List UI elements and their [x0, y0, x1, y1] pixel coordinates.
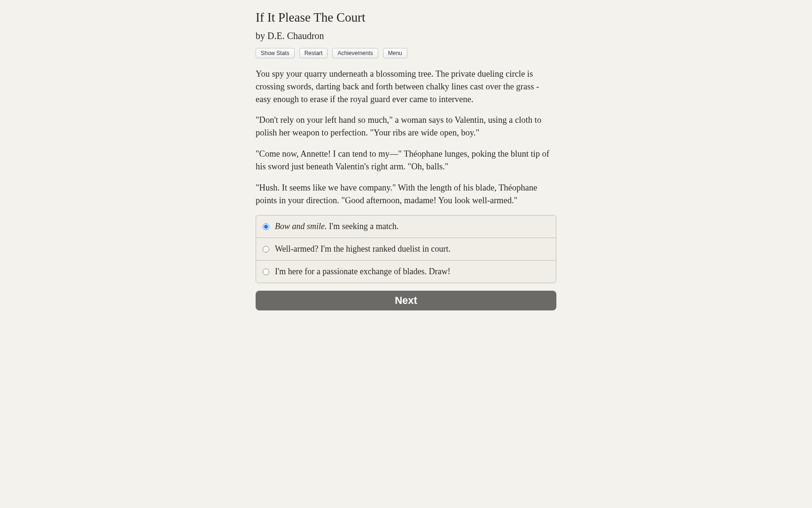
choice-text-0: Bow and smile. I'm seeking a match.: [275, 222, 398, 231]
choice-option-1[interactable]: Well-armed? I'm the highest ranked dueli…: [256, 238, 556, 261]
show-stats-button[interactable]: Show Stats: [256, 48, 295, 58]
toolbar: Show Stats Restart Achievements Menu: [256, 48, 556, 58]
choice-radio-2[interactable]: [263, 269, 269, 275]
story-paragraph: "Don't rely on your left hand so much," …: [256, 114, 556, 139]
author-line: by D.E. Chaudron: [256, 31, 556, 41]
choice-text-2: I'm here for a passionate exchange of bl…: [275, 267, 451, 277]
choice-text-1: Well-armed? I'm the highest ranked dueli…: [275, 244, 451, 254]
page-title: If It Please The Court: [256, 10, 556, 25]
choice-radio-0[interactable]: [263, 223, 269, 230]
choice-option-0[interactable]: Bow and smile. I'm seeking a match.: [256, 215, 556, 238]
choice-option-2[interactable]: I'm here for a passionate exchange of bl…: [256, 261, 556, 283]
restart-button[interactable]: Restart: [299, 48, 328, 58]
achievements-button[interactable]: Achievements: [332, 48, 378, 58]
story-paragraph: "Come now, Annette! I can tend to my—" T…: [256, 148, 556, 173]
next-button[interactable]: Next: [256, 291, 556, 310]
choice-radio-1[interactable]: [263, 246, 269, 253]
story-paragraph: You spy your quarry underneath a blossom…: [256, 68, 556, 105]
story-paragraph: "Hush. It seems like we have company." W…: [256, 182, 556, 207]
choice-list: Bow and smile. I'm seeking a match. Well…: [256, 215, 556, 283]
menu-button[interactable]: Menu: [383, 48, 407, 58]
